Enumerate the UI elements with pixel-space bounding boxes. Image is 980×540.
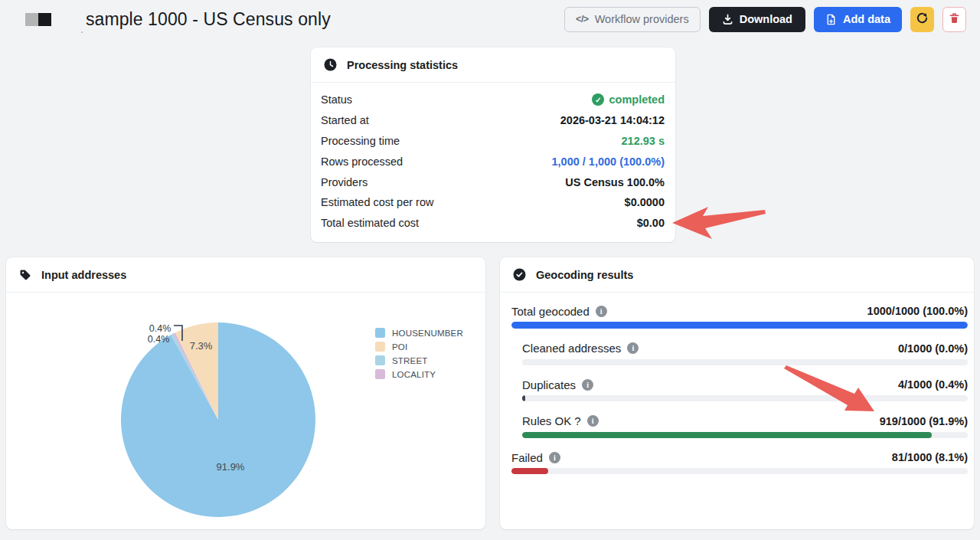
status-badge: ✓ completed <box>592 93 665 106</box>
input-addresses-header: Input addresses <box>6 257 485 293</box>
legend-swatch-street <box>375 355 385 365</box>
input-addresses-chart: 91.9%7.3% 0.4% 0.4% HOUSENUMBER POI STRE… <box>6 293 485 529</box>
result-row-duplicates: Duplicates i 4/1000 (0.4%) <box>522 376 968 401</box>
stat-row-started-at: Started at 2026-03-21 14:04:12 <box>321 110 665 131</box>
add-data-label: Add data <box>843 13 890 25</box>
progress-track <box>522 395 968 401</box>
legend-item-poi[interactable]: POI <box>375 342 463 352</box>
info-icon[interactable]: i <box>596 306 607 317</box>
pie-label-poi: 7.3% <box>190 340 213 352</box>
processing-statistics-card: Processing statistics Status ✓ completed… <box>311 47 675 242</box>
geocoding-results-card: Geocoding results Total geocoded i 1000/… <box>500 257 974 529</box>
processing-statistics-title: Processing statistics <box>347 59 458 71</box>
pie-label-housenumber: 91.9% <box>217 461 245 473</box>
legend-item-housenumber[interactable]: HOUSENUMBER <box>375 328 463 338</box>
pie-label-street: 0.4% <box>149 323 172 334</box>
progress-track <box>511 322 968 329</box>
stat-row-status: Status ✓ completed <box>321 90 665 110</box>
processing-statistics-body: Status ✓ completed Started at 2026-03-21… <box>311 83 675 234</box>
stat-row-providers: Providers US Census 100.0% <box>321 172 665 192</box>
check-circle-icon <box>513 268 526 281</box>
result-row-failed: Failed i 81/1000 (8.1%) <box>511 449 968 474</box>
result-row-total-geocoded: Total geocoded i 1000/1000 (100.0%) <box>511 303 968 329</box>
stat-row-processing-time: Processing time 212.93 s <box>321 131 665 152</box>
info-icon[interactable]: i <box>582 379 593 391</box>
legend-item-locality[interactable]: LOCALITY <box>375 369 463 379</box>
legend-item-street[interactable]: STREET <box>375 355 463 365</box>
tag-icon <box>19 269 31 281</box>
progress-fill-duplicates <box>522 395 525 401</box>
input-addresses-title: Input addresses <box>41 269 126 281</box>
add-data-button[interactable]: Add data <box>814 7 902 32</box>
legend-swatch-poi <box>375 342 385 352</box>
refresh-button[interactable] <box>910 7 934 32</box>
workflow-providers-label: Workflow providers <box>595 13 689 25</box>
legend-swatch-housenumber <box>375 328 385 338</box>
result-row-rules-ok: Rules OK ? i 919/1000 (91.9%) <box>522 413 968 438</box>
progress-fill-failed <box>511 468 548 474</box>
topbar: . sample 1000 - US Census only </> Workf… <box>0 0 980 38</box>
geocoding-dashboard: . sample 1000 - US Census only </> Workf… <box>0 0 980 540</box>
pie-legend: HOUSENUMBER POI STREET LOCALITY <box>375 328 463 379</box>
delete-button[interactable] <box>942 7 966 32</box>
file-plus-icon <box>825 14 837 25</box>
input-addresses-card: Input addresses 91.9%7.3% 0.4% 0.4% HOUS… <box>6 257 485 529</box>
info-icon[interactable]: i <box>627 342 639 354</box>
refresh-icon <box>916 11 929 27</box>
info-icon[interactable]: i <box>587 415 599 427</box>
trash-icon <box>949 12 960 27</box>
progress-track <box>522 432 968 438</box>
progress-track <box>511 468 968 474</box>
info-icon[interactable]: i <box>549 452 560 463</box>
title-prefix-dot: . <box>80 23 83 38</box>
progress-track <box>522 359 968 365</box>
stat-row-cost-per-row: Estimated cost per row $0.0000 <box>321 192 665 213</box>
page-title: sample 1000 - US Census only <box>86 9 331 30</box>
stat-row-rows-processed: Rows processed 1,000 / 1,000 (100.0%) <box>321 151 665 172</box>
download-label: Download <box>740 13 792 25</box>
pie-slice-housenumber[interactable] <box>121 322 315 517</box>
completed-check-icon: ✓ <box>592 93 604 106</box>
code-icon: </> <box>576 14 589 25</box>
logo-square-gray <box>25 13 38 26</box>
logo-square-black <box>38 13 51 26</box>
progress-fill-rules-ok <box>522 432 932 438</box>
progress-fill-total-geocoded <box>511 322 968 329</box>
clock-icon <box>324 58 337 71</box>
geocoding-results-header: Geocoding results <box>500 257 974 293</box>
geocoding-results-body: Total geocoded i 1000/1000 (100.0%) Clea… <box>500 293 974 474</box>
stat-row-total-cost: Total estimated cost $0.00 <box>321 213 665 234</box>
workflow-providers-button[interactable]: </> Workflow providers <box>564 7 701 32</box>
download-button[interactable]: Download <box>709 7 805 32</box>
header-actions: </> Workflow providers Download Add data <box>564 7 966 32</box>
result-row-cleaned-addresses: Cleaned addresses i 0/1000 (0.0%) <box>522 340 968 365</box>
geocoding-results-title: Geocoding results <box>536 269 633 281</box>
red-arrow-total-cost <box>672 207 766 239</box>
processing-statistics-header: Processing statistics <box>311 47 675 83</box>
pie-label-locality: 0.4% <box>148 334 170 345</box>
legend-swatch-locality <box>375 369 385 379</box>
download-icon <box>722 14 733 25</box>
app-logo <box>25 13 51 26</box>
